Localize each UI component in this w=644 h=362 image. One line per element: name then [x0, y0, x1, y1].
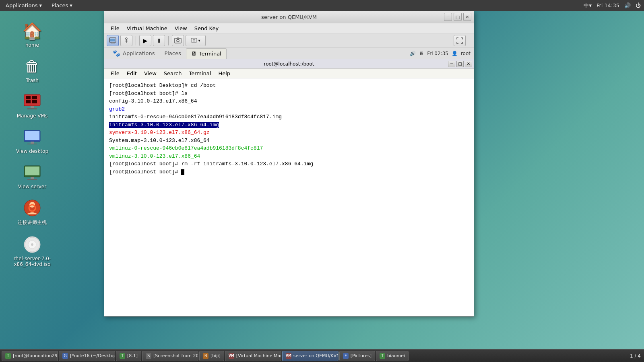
manage-vms-label: Manage VMs: [17, 113, 47, 119]
vm-menubar: File Virtual Machine View Send Key: [104, 23, 474, 33]
vm-tool-usb-btn[interactable]: [120, 35, 132, 46]
term-line-2: [root@localhost boot]# ls: [109, 90, 469, 98]
inner-window-title: root@localhost:/boot: [264, 61, 314, 67]
applications-menu[interactable]: Applications ▾: [3, 2, 44, 9]
inner-menu-view[interactable]: View: [141, 70, 160, 77]
taskbar-item-foundation[interactable]: T [root@foundation29:~]: [2, 351, 58, 361]
tab-terminal[interactable]: 🖥 Terminal: [186, 48, 227, 59]
inner-maximize-btn[interactable]: □: [456, 61, 464, 67]
taskbar-item-81[interactable]: T [8.1]: [116, 351, 141, 361]
desktop-icon-home[interactable]: 🏠 home: [8, 19, 56, 50]
taskbar-item-vm-manager[interactable]: VM [Virtual Machine Man...]: [225, 351, 281, 361]
places-menu[interactable]: Places ▾: [49, 2, 75, 9]
desktop-icon-manage-vms[interactable]: Manage VMs: [8, 90, 56, 121]
tab-applications-label: Applications: [123, 50, 155, 56]
taskbar-label-vm-manager: [Virtual Machine Man...]: [236, 353, 281, 358]
applications-label: Applications: [6, 2, 37, 8]
taskbar-icon-foundation: T: [5, 353, 11, 359]
topbar-right: 中▾ Fri 14:35 🔊 ⏻: [584, 2, 641, 9]
taskbar-icon-vm-manager: VM: [229, 353, 234, 359]
inner-window-buttons: ─ □ ✕: [448, 61, 472, 67]
svg-rect-24: [112, 42, 114, 43]
desktop: 🏠 home 🗑 Trash Manage VMs: [0, 11, 101, 362]
taskbar-icon-server-kvm: VM: [286, 353, 291, 359]
vm-close-btn[interactable]: ✕: [463, 13, 471, 21]
taskbar-item-pictures[interactable]: F [Pictures]: [339, 351, 375, 361]
view-desktop-icon: [23, 128, 42, 147]
term-line-1: [root@localhost Desktop]# cd /boot: [109, 82, 469, 90]
home-label: home: [25, 42, 39, 48]
svg-point-26: [126, 38, 127, 39]
tab-terminal-label: Terminal: [199, 51, 221, 57]
inner-volume-icon[interactable]: 🔊: [410, 51, 416, 56]
term-line-10: vmlinuz-3.10.0-123.el7.x86_64: [109, 152, 469, 160]
svg-rect-13: [31, 177, 34, 179]
inner-tab-right: 🔊 🖥 Fri 02:35 👤 root: [410, 51, 471, 56]
inner-title-bar: root@localhost:/boot ─ □ ✕: [104, 59, 474, 69]
inner-tab-bar: 🐾 Applications Places 🖥 Terminal 🔊 🖥 Fri…: [104, 48, 474, 59]
vm-tool-play-btn[interactable]: ▶: [139, 35, 151, 46]
desktop-icon-connect-teacher[interactable]: 连接讲师主机: [8, 196, 56, 228]
taskbar-icon-note16: G: [62, 353, 68, 359]
trash-label: Trash: [26, 78, 39, 83]
vm-tool-fullscreen-btn[interactable]: [454, 35, 466, 46]
inner-minimize-btn[interactable]: ─: [448, 61, 455, 67]
vm-menu-virtual-machine[interactable]: Virtual Machine: [124, 25, 171, 32]
inner-menu-terminal[interactable]: Terminal: [186, 70, 214, 77]
term-line-7: symvers-3.10.0-123.el7.x86_64.gz: [109, 129, 469, 137]
inner-menu-help[interactable]: Help: [215, 70, 233, 77]
tab-applications[interactable]: 🐾 Applications: [107, 48, 159, 59]
svg-rect-6: [27, 108, 37, 109]
applications-arrow: ▾: [39, 2, 42, 8]
desktop-icon-view-desktop[interactable]: View desktop: [8, 125, 56, 156]
vm-minimize-btn[interactable]: ─: [444, 13, 452, 21]
inner-monitor-icon[interactable]: 🖥: [419, 51, 424, 56]
term-line-12: [root@localhost boot]#: [109, 168, 469, 176]
taskbar-item-note16[interactable]: G [*note16 (~/Desktop)...]: [59, 351, 115, 361]
vm-tool-pause-btn[interactable]: ⏸: [153, 35, 165, 46]
volume-icon[interactable]: 🔊: [624, 2, 631, 8]
vm-menu-file[interactable]: File: [107, 25, 123, 32]
svg-rect-14: [27, 179, 37, 180]
inner-clock: Fri 02:35: [427, 51, 448, 56]
inner-user-icon: 👤: [452, 51, 458, 56]
taskbar-label-81: [8.1]: [127, 353, 138, 358]
vm-tool-screenshot-btn[interactable]: [172, 35, 184, 46]
taskbar-item-biji[interactable]: B [biji]: [199, 351, 224, 361]
view-desktop-label: View desktop: [16, 148, 48, 154]
taskbar-item-screenshot[interactable]: S [Screenshot from 20...]: [142, 351, 198, 361]
power-icon[interactable]: ⏻: [636, 2, 641, 8]
vm-tool-monitor-btn[interactable]: [107, 35, 119, 46]
vm-toolbar-sep1: [136, 36, 136, 45]
vm-tool-screenshot2-btn[interactable]: ▾: [186, 35, 206, 46]
term-line-8: System.map-3.10.0-123.el7.x86_64: [109, 137, 469, 145]
svg-rect-10: [27, 144, 37, 144]
vm-menu-view[interactable]: View: [171, 25, 190, 32]
input-method[interactable]: 中▾: [584, 2, 592, 9]
view-server-icon: [23, 163, 42, 182]
vm-maximize-btn[interactable]: □: [454, 13, 462, 21]
inner-menubar: File Edit View Search Terminal Help: [104, 69, 474, 78]
taskbar-label-pictures: [Pictures]: [351, 353, 372, 358]
svg-rect-3: [32, 96, 37, 99]
taskbar-item-server-kvm[interactable]: VM server on QEMU/KVM: [282, 351, 339, 361]
desktop-icon-rhel-iso[interactable]: rhel-server-7.0-x86_64-dvd.iso: [8, 232, 56, 269]
tab-places[interactable]: Places: [159, 48, 186, 59]
vm-menu-send-key[interactable]: Send Key: [191, 25, 222, 32]
term-line-5: initramfs-0-rescue-946cb0e817ea4adb91618…: [109, 113, 469, 121]
term-line-9: vmlinuz-0-rescue-946cb0e817ea4adb916183d…: [109, 144, 469, 152]
svg-rect-8: [25, 131, 39, 140]
inner-menu-search[interactable]: Search: [161, 70, 185, 77]
taskbar-item-biaomei[interactable]: T biaomei: [376, 351, 409, 361]
desktop-icon-view-server[interactable]: View server: [8, 160, 56, 192]
svg-rect-9: [31, 142, 34, 144]
terminal-content[interactable]: [root@localhost Desktop]# cd /boot [root…: [104, 78, 474, 316]
inner-close-btn[interactable]: ✕: [465, 61, 472, 67]
inner-menu-file[interactable]: File: [107, 70, 123, 77]
vm-window: server on QEMU/KVM ─ □ ✕ File Virtual Ma…: [104, 11, 474, 317]
inner-window: 🐾 Applications Places 🖥 Terminal 🔊 🖥 Fri…: [104, 48, 474, 316]
desktop-icon-trash[interactable]: 🗑 Trash: [8, 54, 56, 86]
trash-icon: 🗑: [23, 57, 42, 76]
inner-menu-edit[interactable]: Edit: [124, 70, 140, 77]
svg-rect-2: [26, 100, 31, 103]
